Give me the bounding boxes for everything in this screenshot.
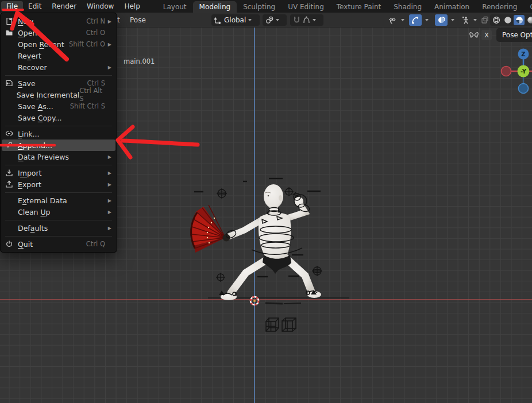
menu-item-label: Append... [18, 141, 107, 150]
material-preview-button[interactable] [514, 15, 525, 25]
menu-separator [5, 75, 112, 76]
orientation-label: Global [224, 16, 246, 24]
material-sphere-icon [515, 16, 523, 24]
menu-item-label: Open Recent [18, 40, 69, 49]
menu-item-label: Export [18, 180, 107, 189]
gizmo-neg-x-axis-ball[interactable] [502, 67, 511, 76]
menu-item-save-incremental[interactable]: Save IncrementalCtrl Alt S [2, 89, 115, 100]
menu-item-shortcut: Shift Ctrl S [70, 102, 105, 110]
viewport-shading-group [490, 14, 532, 26]
menu-item-link[interactable]: Link... [2, 128, 115, 140]
show-overlays-toggle[interactable] [435, 14, 448, 26]
proportional-falloff-icon [303, 16, 310, 24]
submenu-arrow-icon: ▶ [107, 226, 111, 231]
workspace-tabs: LayoutModelingSculptingUV EditingTexture… [157, 0, 532, 13]
mirror-x-toggle[interactable]: X [481, 30, 492, 40]
menu-item-save-as[interactable]: Save As...Shift Ctrl S [2, 100, 115, 112]
visibility-eye-icon [388, 16, 397, 24]
app-menu-render[interactable]: Render [47, 1, 82, 11]
menu-item-label: Save Incremental [17, 91, 80, 99]
pose-display-chevron[interactable] [471, 14, 479, 26]
menu-item-label: Save Copy... [18, 114, 107, 122]
menu-item-label: Defaults [18, 224, 107, 232]
menu-item-defaults[interactable]: Defaults▶ [2, 222, 115, 234]
pose-menu[interactable]: Pose [130, 16, 146, 24]
xray-toggle[interactable] [479, 14, 491, 26]
menu-item-label: Clean Up [18, 208, 107, 216]
workspace-tab-animation[interactable]: Animation [428, 1, 476, 13]
menu-item-save-copy[interactable]: Save Copy... [2, 112, 115, 123]
workspace-tab-modeling[interactable]: Modeling [193, 1, 237, 13]
menu-item-label: Link... [18, 130, 107, 138]
app-menu-edit[interactable]: Edit [23, 1, 47, 11]
ground-dash-marks [265, 301, 306, 305]
menu-item-label: Revert [18, 52, 107, 60]
submenu-arrow-icon: ▶ [107, 182, 111, 187]
select-menu-partial[interactable]: t [117, 16, 120, 24]
submenu-arrow-icon: ▶ [107, 210, 111, 215]
menu-item-shortcut: Ctrl O [86, 29, 105, 37]
menu-item-revert[interactable]: Revert [2, 50, 115, 61]
menu-item-label: Open... [18, 29, 86, 37]
chevron-down-icon [276, 19, 279, 21]
menu-item-label: Data Previews [18, 153, 107, 161]
gizmo-toggle-icon [411, 16, 419, 24]
solid-sphere-icon [504, 16, 512, 24]
rendered-shading-button[interactable] [525, 15, 532, 25]
pose-options-popover[interactable]: Pose Optio [496, 28, 532, 42]
submenu-arrow-icon: ▶ [107, 170, 111, 176]
workspace-tab-layout[interactable]: Layout [157, 1, 193, 13]
posed-character-mesh[interactable] [190, 172, 356, 339]
wireframe-cubes[interactable] [264, 316, 298, 335]
import-icon [5, 169, 18, 177]
menu-item-shortcut: Ctrl S [87, 79, 105, 87]
menu-item-clean-up[interactable]: Clean Up▶ [2, 206, 115, 218]
menu-item-data-previews[interactable]: Data Previews▶ [2, 151, 115, 162]
pivot-point-dropdown[interactable] [263, 14, 287, 26]
menu-item-external-data[interactable]: External Data▶ [2, 195, 115, 206]
rendered-sphere-icon [527, 16, 532, 24]
app-menu-file[interactable]: File [1, 1, 23, 11]
overlays-dropdown-chevron[interactable] [449, 14, 456, 26]
transform-orientation-dropdown[interactable]: Global [211, 14, 260, 26]
gizmo-z-label: Z [521, 51, 525, 57]
pose-display-button[interactable] [460, 14, 472, 26]
submenu-arrow-icon: ▶ [107, 19, 111, 24]
gizmo-dropdown-chevron[interactable] [423, 14, 430, 26]
file-menu-dropdown: NewCtrl N▶Open...Ctrl OOpen RecentShift … [0, 13, 117, 253]
workspace-tab-compositing[interactable]: Compositing [523, 1, 532, 13]
menu-item-shortcut: Ctrl Alt S [79, 87, 106, 103]
object-visibility-button[interactable] [386, 14, 399, 26]
menu-item-import[interactable]: Import▶ [2, 167, 115, 179]
app-menu-window[interactable]: Window [82, 1, 119, 11]
menu-item-new[interactable]: NewCtrl N▶ [2, 16, 115, 27]
snapping-group[interactable] [290, 14, 323, 26]
view-navigation-gizmo[interactable]: Z -Y [499, 46, 532, 98]
menu-item-append[interactable]: Append... [2, 140, 115, 151]
xray-icon [481, 16, 489, 24]
save-icon [5, 79, 18, 87]
menu-separator [5, 220, 112, 220]
pivot-point-icon [265, 16, 273, 24]
visibility-dropdown-chevron[interactable] [399, 14, 406, 26]
workspace-tab-shading[interactable]: Shading [387, 1, 428, 13]
menu-separator [5, 236, 112, 237]
character-extended-arm [229, 220, 261, 237]
menu-item-export[interactable]: Export▶ [2, 179, 115, 190]
solid-shading-button[interactable] [502, 15, 513, 25]
menu-item-open-recent[interactable]: Open RecentShift Ctrl O▶ [2, 38, 115, 50]
menu-item-label: Save As... [18, 102, 70, 111]
gizmo-neg-z-axis-ball[interactable] [519, 84, 529, 94]
menu-item-recover[interactable]: Recover▶ [2, 61, 115, 73]
app-menu-help[interactable]: Help [119, 1, 145, 11]
wireframe-shading-button[interactable] [491, 15, 502, 25]
menu-item-quit[interactable]: QuitCtrl Q [2, 238, 115, 250]
workspace-tab-texture-paint[interactable]: Texture Paint [330, 1, 387, 13]
red-fan [191, 205, 225, 253]
show-gizmo-toggle[interactable] [409, 14, 422, 26]
workspace-tab-uv-editing[interactable]: UV Editing [282, 1, 330, 13]
menu-item-label: Recover [18, 63, 107, 72]
workspace-tab-sculpting[interactable]: Sculpting [237, 1, 282, 13]
menu-item-open[interactable]: Open...Ctrl O [2, 27, 115, 38]
workspace-tab-rendering[interactable]: Rendering [476, 1, 523, 13]
